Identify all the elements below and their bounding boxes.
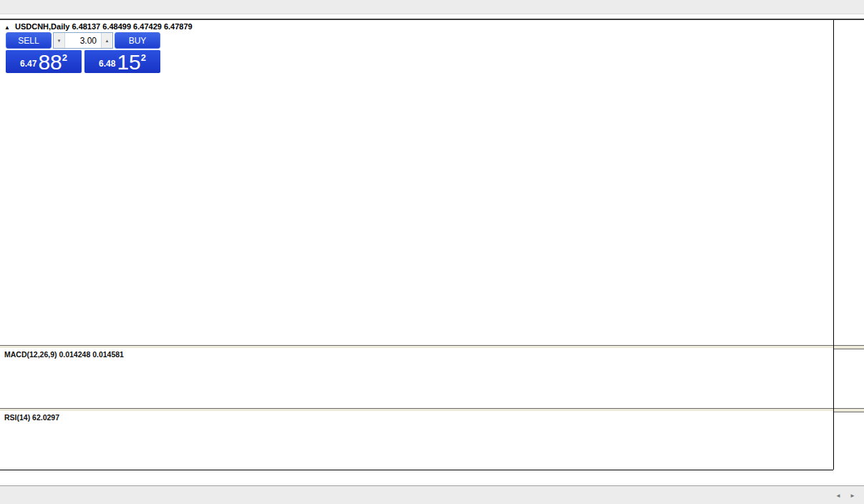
quote-high: 6.48499 (102, 22, 131, 31)
ask-price-big: 15 (117, 53, 140, 72)
macd-pane[interactable] (0, 348, 833, 408)
macd-label: MACD(12,26,9) 0.014248 0.014581 (4, 350, 124, 359)
volume-spinner[interactable]: ▼ 3.00 ▲ (53, 32, 113, 49)
tab-scroll-right-icon[interactable]: ► (850, 493, 855, 499)
chart-tab-bar: ◄ ► (0, 485, 864, 504)
bid-price-big: 88 (38, 53, 62, 72)
timeframe-toolbar (0, 0, 864, 14)
ask-price-small: 6.48 (99, 59, 115, 69)
pane-bottom-border (0, 470, 833, 470)
one-click-trading-panel: SELL ▼ 3.00 ▲ BUY 6.47 88 2 6.48 15 2 (6, 32, 160, 73)
ask-price-sup: 2 (141, 52, 146, 63)
tab-scroll-left-icon[interactable]: ◄ (835, 493, 841, 499)
buy-button[interactable]: BUY (115, 32, 160, 49)
quote-open: 6.48137 (72, 22, 100, 31)
volume-value[interactable]: 3.00 (65, 33, 101, 48)
bid-price-sup: 2 (62, 52, 67, 63)
bid-price-display[interactable]: 6.47 88 2 (6, 49, 82, 73)
rsi-pane[interactable] (0, 411, 833, 470)
volume-decrease-button[interactable]: ▼ (54, 33, 65, 48)
date-axis[interactable] (0, 471, 864, 485)
quote-low: 6.47429 (133, 22, 162, 31)
quote-close: 6.47879 (164, 22, 193, 31)
chart-symbol-period: USDCNH,Daily (15, 22, 69, 31)
sell-button[interactable]: SELL (6, 32, 52, 49)
collapse-triangle-icon[interactable]: ▲ (4, 24, 10, 31)
volume-increase-button[interactable]: ▲ (101, 33, 112, 48)
rsi-label: RSI(14) 62.0297 (4, 413, 59, 422)
bid-price-small: 6.47 (20, 59, 37, 69)
price-axis[interactable] (833, 20, 864, 471)
chart-title: ▲ USDCNH,Daily 6.48137 6.48499 6.47429 6… (4, 22, 193, 31)
ask-price-display[interactable]: 6.48 15 2 (84, 49, 160, 73)
trading-platform-window: ▲ USDCNH,Daily 6.48137 6.48499 6.47429 6… (0, 0, 864, 504)
